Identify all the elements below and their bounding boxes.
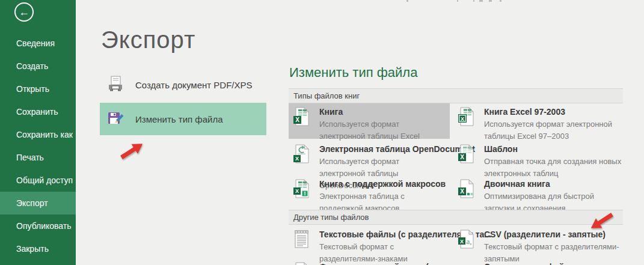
tile-shablon[interactable]: X Шаблон Отправная точка для создания но… xyxy=(453,141,623,175)
svg-text:X: X xyxy=(295,188,299,194)
opendocument-icon: X xyxy=(292,144,311,163)
backstage-nav: Сведения Создать Открыть Сохранить Сохра… xyxy=(0,32,76,260)
svg-text:X: X xyxy=(460,188,464,195)
macro-workbook-icon: X ! xyxy=(292,179,311,198)
formatted-text-icon xyxy=(292,262,311,265)
tile-title: Шаблон xyxy=(484,144,623,154)
tile-tekstovye-fayly[interactable]: Текстовые файлы (с разделителями та... Т… xyxy=(289,226,450,258)
tile-kniga-excel-97-2003[interactable]: X Книга Excel 97-2003 Используется форма… xyxy=(453,103,623,139)
section-header-workbook-types: Типы файлов книг xyxy=(289,88,623,103)
left-arrow-icon: ← xyxy=(19,7,29,17)
page-title: Экспорт xyxy=(101,26,195,53)
tile-title: Электронная таблица OpenDocument xyxy=(319,144,475,154)
workbook-icon: X xyxy=(292,107,311,126)
tile-title: Книга Excel 97-2003 xyxy=(484,107,623,117)
pdf-xps-icon xyxy=(106,75,125,94)
tile-title: Двоичная книга xyxy=(484,179,623,189)
option-change-file-type[interactable]: Изменить тип файла xyxy=(100,103,266,135)
svg-text:X: X xyxy=(460,239,464,245)
svg-text:X: X xyxy=(460,154,464,160)
sidebar-item-zakryt[interactable]: Закрыть xyxy=(0,237,76,260)
option-create-pdf-xps[interactable]: Создать документ PDF/XPS xyxy=(100,69,266,101)
panel-heading: Изменить тип файла xyxy=(289,65,417,81)
svg-text:X: X xyxy=(461,116,464,122)
sidebar-item-sokhranit[interactable]: Сохранить xyxy=(0,100,76,123)
change-file-type-icon xyxy=(106,109,125,129)
red-arrow-csv xyxy=(568,210,617,242)
sidebar-item-sokhranit-kak[interactable]: Сохранить как xyxy=(0,123,76,146)
sidebar-item-sozdat[interactable]: Создать xyxy=(0,55,76,78)
backstage-sidebar: ← Сведения Создать Открыть Сохранить Сох… xyxy=(0,0,76,265)
workbook-97-icon: X xyxy=(457,107,476,126)
tile-kniga-makrosy[interactable]: X ! Книга с поддержкой макросов Электрон… xyxy=(289,175,450,209)
svg-text:X: X xyxy=(295,117,299,123)
sidebar-item-eksport[interactable]: Экспорт xyxy=(0,192,76,215)
sidebar-item-pechat[interactable]: Печать xyxy=(0,146,76,169)
binary-workbook-icon: X xyxy=(457,179,476,198)
sidebar-item-obshchiy-dostup[interactable]: Общий доступ xyxy=(0,169,76,192)
tile-title: Книга с поддержкой макросов xyxy=(319,179,446,189)
template-icon: X xyxy=(457,144,476,163)
sidebar-item-otkryt[interactable]: Открыть xyxy=(0,78,76,100)
export-options-list: Создать документ PDF/XPS Изменить тип фа… xyxy=(100,69,266,137)
tile-formatirovannyy-tekst[interactable]: Форматированный текст (разделитель... xyxy=(289,258,450,265)
tile-desc: Используется формат электронной таблицы … xyxy=(319,118,446,142)
tile-sokhranit-drugoy-tip[interactable]: Сохранить как файл другого типа xyxy=(453,258,623,265)
red-arrow-change-file-type xyxy=(117,137,153,162)
sidebar-item-svedeniya[interactable]: Сведения xyxy=(0,32,76,55)
sidebar-item-opublikovat[interactable]: Опубликовать xyxy=(0,215,76,237)
option-label: Изменить тип файла xyxy=(135,114,223,124)
tile-title: Книга xyxy=(319,107,446,117)
back-button[interactable]: ← xyxy=(14,2,34,22)
other-file-type-icon xyxy=(457,262,476,265)
tile-kniga[interactable]: X Книга Используется формат электронной … xyxy=(289,103,450,139)
csv-icon: X a, xyxy=(457,230,476,249)
svg-text:!: ! xyxy=(304,190,306,196)
option-label: Создать документ PDF/XPS xyxy=(135,80,253,90)
tile-dvoichnaya-kniga[interactable]: X Двоичная книга Оптимизирована для быст… xyxy=(453,175,623,209)
text-file-icon xyxy=(292,230,311,249)
tile-title: Сохранить как файл другого типа xyxy=(484,262,625,265)
tile-opendocument[interactable]: X Электронная таблица OpenDocument Испол… xyxy=(289,141,450,175)
svg-text:a,: a, xyxy=(466,237,471,246)
tile-desc: Используется формат электронной таблицы … xyxy=(484,118,623,142)
svg-text:X: X xyxy=(295,156,299,162)
